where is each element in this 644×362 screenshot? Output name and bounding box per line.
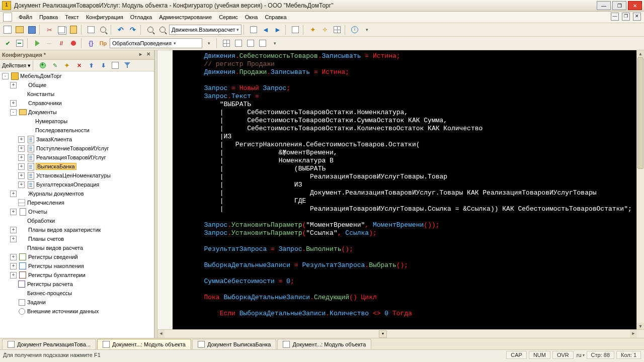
menu-debug[interactable]: Отладка xyxy=(127,13,155,22)
config-tree[interactable]: -МебельДомТорг+ОбщиеКонстанты+Справочник… xyxy=(0,71,154,338)
goto-button[interactable] xyxy=(248,24,259,35)
tree-item[interactable]: Перечисления xyxy=(0,198,154,207)
status-lang[interactable]: ru▾ xyxy=(577,352,585,358)
print-button[interactable] xyxy=(86,24,97,35)
undo-button[interactable]: ↶ xyxy=(115,24,126,35)
hscroll-split-button[interactable]: ▾ xyxy=(379,330,387,338)
document-tab[interactable]: Документ...: Модуль объекта xyxy=(277,339,371,349)
tree-item[interactable]: +Планы видов характеристик xyxy=(0,225,154,234)
tree-item[interactable]: Планы видов расчета xyxy=(0,243,154,252)
tree-item[interactable]: Бизнес-процессы xyxy=(0,289,154,298)
tabs3-button[interactable] xyxy=(257,38,268,49)
window-minimize-button[interactable]: — xyxy=(597,1,611,10)
menu-service[interactable]: Сервис xyxy=(215,13,242,22)
tree-item[interactable]: +Регистры накопления xyxy=(0,261,154,270)
tree-item[interactable]: +РеализацияТоваровИУслуг xyxy=(0,153,154,162)
toggle-bp-button[interactable] xyxy=(68,38,79,49)
dd3-button[interactable]: ▾ xyxy=(269,38,280,49)
mdi-close-button[interactable]: ✕ xyxy=(633,13,641,21)
editor-content[interactable]: Движения.СебестоимостьТоваров.Записывать… xyxy=(173,50,637,330)
tree-item[interactable]: +Журналы документов xyxy=(0,189,154,198)
proc-combo[interactable]: ОбработкаПроведения▾ xyxy=(110,38,202,48)
tree-root[interactable]: -МебельДомТорг xyxy=(0,71,154,80)
syntax-button[interactable]: {} xyxy=(86,38,97,49)
menu-file[interactable]: Файл xyxy=(15,13,36,22)
tree-item[interactable]: +Общие xyxy=(0,80,154,89)
find-button[interactable] xyxy=(145,24,156,35)
fwd-button[interactable]: ► xyxy=(272,24,283,35)
movedown-button[interactable]: ⬇ xyxy=(98,60,109,71)
panel-pin-button[interactable]: ▸ xyxy=(137,51,144,58)
window-close-button[interactable]: ✕ xyxy=(628,1,642,10)
delete-button[interactable]: ✕ xyxy=(73,60,85,71)
back-button[interactable]: ◄ xyxy=(260,24,271,35)
horizontal-scrollbar[interactable]: ◄ ▾ ► xyxy=(157,329,644,338)
wand-button[interactable]: ✦ xyxy=(61,60,72,71)
menu-admin[interactable]: Администрирование xyxy=(155,13,215,22)
tree-item[interactable]: +Регистры сведений xyxy=(0,252,154,261)
stop-button[interactable]: // xyxy=(56,38,67,49)
document-tab[interactable]: Документ...: Модуль объекта xyxy=(97,339,191,349)
redo-button[interactable]: ↷ xyxy=(127,24,138,35)
dd-button[interactable]: ▾ xyxy=(361,24,372,35)
tree-item[interactable]: -Документы xyxy=(0,108,154,117)
code-editor[interactable]: Движения.СебестоимостьТоваров.Записывать… xyxy=(157,50,644,338)
tree-item[interactable]: Внешние источники данных xyxy=(0,307,154,316)
tree-item[interactable]: +Планы счетов xyxy=(0,234,154,243)
tabs1-button[interactable] xyxy=(233,38,244,49)
tree-item[interactable]: Константы xyxy=(0,89,154,99)
panel-close-button[interactable]: ✕ xyxy=(145,51,152,58)
preview-button[interactable] xyxy=(98,24,109,35)
paste-button[interactable] xyxy=(68,24,79,35)
wizard2-button[interactable]: ✧ xyxy=(319,24,331,35)
tree-item[interactable]: +УстановкаЦенНоменклатуры xyxy=(0,171,154,180)
run-button[interactable] xyxy=(32,38,43,49)
add-button[interactable] xyxy=(37,60,48,71)
tree-item[interactable]: Регистры расчета xyxy=(0,280,154,289)
document-tab[interactable]: Документ РеализацияТова... xyxy=(2,339,96,349)
mdi-restore-button[interactable]: ❐ xyxy=(622,13,630,21)
tree-item[interactable]: +ПоступлениеТоваровИУслуг xyxy=(0,144,154,153)
tree-item[interactable]: +ВыпискаБанка xyxy=(0,162,154,171)
cut-button[interactable]: ✂ xyxy=(44,24,55,35)
vertical-scrollbar[interactable]: ▲▼ xyxy=(636,50,644,330)
expr-combo[interactable]: Движения.Взаиморасчет▾ xyxy=(169,25,242,35)
open-button[interactable] xyxy=(14,24,25,35)
filter-button[interactable] xyxy=(122,60,133,71)
check-mod-button[interactable] xyxy=(14,38,25,49)
findnext-button[interactable] xyxy=(157,24,168,35)
tree-item[interactable]: +ЗаказКлиента xyxy=(0,135,154,144)
break-button[interactable]: ··· xyxy=(44,38,55,49)
document-tab[interactable]: Документ ВыпискаБанка xyxy=(192,339,276,349)
struct-button[interactable] xyxy=(221,38,232,49)
copy-button[interactable] xyxy=(56,24,67,35)
wizard3-button[interactable] xyxy=(332,24,343,35)
menu-config[interactable]: Конфигурация xyxy=(83,13,127,22)
mdi-minimize-button[interactable]: — xyxy=(611,13,619,21)
moveup-button[interactable]: ⬆ xyxy=(86,60,97,71)
info-button[interactable]: i xyxy=(349,24,360,35)
menu-text[interactable]: Текст xyxy=(61,13,83,22)
tree-item[interactable]: Обработки xyxy=(0,216,154,225)
new-button[interactable] xyxy=(2,24,13,35)
menu-help[interactable]: Справка xyxy=(261,13,290,22)
check-button[interactable]: ✔ xyxy=(2,38,13,49)
tree-item[interactable]: Последовательности xyxy=(0,126,154,135)
tree-item[interactable]: Нумераторы xyxy=(0,117,154,126)
windows-button[interactable] xyxy=(290,24,301,35)
actions-menu[interactable]: Действия ▾ xyxy=(2,62,31,69)
menu-windows[interactable]: Окна xyxy=(242,13,262,22)
props-button[interactable] xyxy=(110,60,121,71)
tree-item[interactable]: +БухгалтерскаяОперация xyxy=(0,180,154,189)
tree-item[interactable]: Задачи xyxy=(0,298,154,307)
menu-edit[interactable]: Правка xyxy=(36,13,61,22)
tree-item[interactable]: +Отчеты xyxy=(0,207,154,216)
tree-item[interactable]: +Регистры бухгалтерии xyxy=(0,270,154,280)
wizard1-button[interactable]: ✦ xyxy=(307,24,318,35)
tree-item[interactable]: +Справочники xyxy=(0,99,154,108)
window-maximize-button[interactable]: ❐ xyxy=(612,1,626,10)
edit-button[interactable]: ✎ xyxy=(49,60,60,71)
save-button[interactable] xyxy=(26,24,37,35)
tabs2-button[interactable] xyxy=(245,38,256,49)
dd2-button[interactable]: ▾ xyxy=(203,38,214,49)
